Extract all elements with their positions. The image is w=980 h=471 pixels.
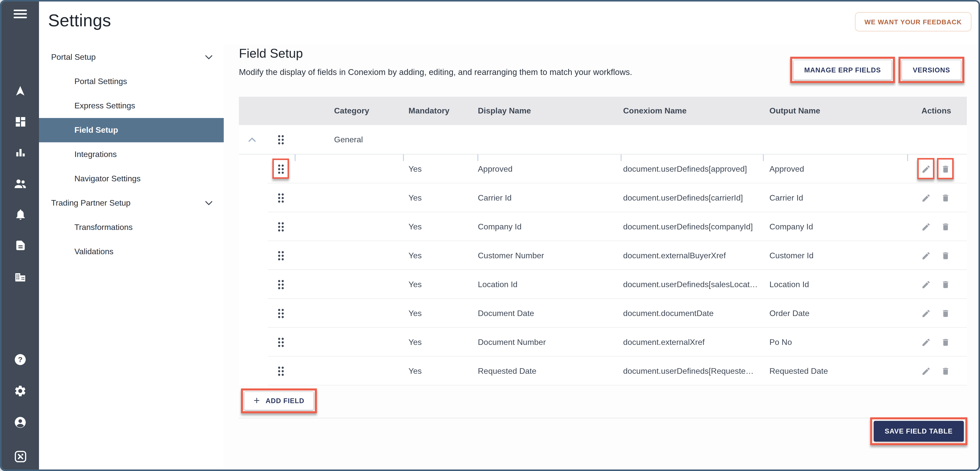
cell-mandatory: Yes: [409, 212, 422, 241]
delete-trash-icon[interactable]: [941, 193, 950, 203]
cell-conexiom-name: document.userDefineds[salesLocat…: [623, 270, 758, 299]
cell-mandatory: Yes: [409, 328, 422, 356]
edit-pencil-icon[interactable]: [921, 337, 931, 347]
dashboard-icon[interactable]: [2, 106, 39, 137]
cell-display-name: Location Id: [478, 270, 518, 299]
section-title: Field Setup: [239, 46, 978, 61]
cell-mandatory: Yes: [409, 241, 422, 270]
save-field-table-button[interactable]: SAVE FIELD TABLE: [873, 421, 964, 442]
plus-icon: +: [254, 394, 260, 406]
delete-trash-icon[interactable]: [941, 308, 950, 318]
edit-pencil-icon[interactable]: [921, 193, 931, 203]
delete-trash-icon[interactable]: [941, 222, 950, 232]
cell-display-name: Carrier Id: [478, 183, 512, 212]
edit-pencil-icon[interactable]: [921, 251, 931, 260]
edit-pencil-icon[interactable]: [921, 164, 931, 174]
sidebar-item-portal-setup[interactable]: Portal Setup: [39, 45, 224, 69]
cell-conexiom-name: document.userDefineds[Requeste…: [623, 356, 754, 385]
add-field-button[interactable]: + ADD FIELD: [244, 391, 314, 410]
rail-icons-bottom: ?: [2, 344, 39, 471]
sidebar-item-field-setup[interactable]: Field Setup: [39, 118, 224, 142]
cell-output-name: Customer Id: [769, 241, 813, 270]
help-icon[interactable]: ?: [2, 344, 39, 375]
table-row: YesDocument Datedocument.documentDateOrd…: [239, 299, 967, 328]
delete-trash-icon[interactable]: [941, 337, 950, 347]
sidebar-item-transformations[interactable]: Transformations: [39, 215, 224, 239]
document-icon[interactable]: [2, 230, 39, 261]
hamburger-menu-icon[interactable]: [14, 10, 27, 20]
drag-handle-icon[interactable]: [277, 221, 285, 232]
column-header-actions: Actions: [921, 97, 951, 125]
cell-conexiom-name: document.documentDate: [623, 299, 714, 328]
table-row: YesDocument Numberdocument.externalXrefP…: [239, 328, 967, 356]
users-icon[interactable]: [2, 168, 39, 199]
cell-output-name: Company Id: [769, 212, 813, 241]
drag-handle-icon[interactable]: [277, 192, 285, 203]
column-resize-tick: [403, 155, 404, 161]
settings-gear-icon[interactable]: [2, 375, 39, 407]
header-actions: MANAGE ERP FIELDS VERSIONS: [793, 60, 961, 80]
sidebar-item-express-settings[interactable]: Express Settings: [39, 94, 224, 118]
drag-handle-icon[interactable]: [277, 366, 285, 377]
sidebar-item-trading-partner-setup[interactable]: Trading Partner Setup: [39, 191, 224, 215]
field-table: CategoryMandatoryDisplay NameConexiom Na…: [239, 97, 967, 442]
table-row: YesApproveddocument.userDefineds[approve…: [239, 155, 967, 183]
delete-trash-icon[interactable]: [941, 366, 950, 376]
edit-pencil-icon[interactable]: [921, 222, 931, 232]
edit-pencil-icon[interactable]: [921, 308, 931, 318]
page-header: Settings WE WANT YOUR FEEDBACK: [39, 2, 978, 45]
notifications-icon[interactable]: [2, 199, 39, 230]
delete-trash-icon[interactable]: [941, 279, 950, 289]
content-region: Settings WE WANT YOUR FEEDBACK Portal Se…: [39, 2, 978, 469]
cell-mandatory: Yes: [409, 155, 422, 183]
feedback-button[interactable]: WE WANT YOUR FEEDBACK: [855, 12, 971, 31]
cell-conexiom-name: document.userDefineds[approved]: [623, 155, 747, 183]
edit-pencil-icon[interactable]: [921, 279, 931, 289]
drag-handle-icon[interactable]: [277, 250, 285, 261]
table-header: CategoryMandatoryDisplay NameConexiom Na…: [239, 97, 967, 125]
table-row: YesCustomer Numberdocument.externalBuyer…: [239, 241, 967, 270]
manage-erp-fields-button[interactable]: MANAGE ERP FIELDS: [793, 60, 892, 80]
sidebar-item-navigator-settings[interactable]: Navigator Settings: [39, 167, 224, 191]
account-icon[interactable]: [2, 407, 39, 438]
edit-pencil-icon[interactable]: [921, 366, 931, 376]
drag-handle-icon[interactable]: [277, 279, 285, 290]
delete-trash-icon[interactable]: [941, 251, 950, 260]
cell-output-name: Location Id: [769, 270, 809, 299]
sidebar-item-label: Validations: [75, 247, 113, 256]
table-row: YesRequested Datedocument.userDefineds[R…: [239, 356, 967, 385]
sidebar-item-label: Field Setup: [75, 126, 118, 135]
app-window: ? Settings WE WANT YOUR FEEDBACK Portal …: [0, 0, 980, 471]
cell-mandatory: Yes: [409, 270, 422, 299]
sidebar-item-integrations[interactable]: Integrations: [39, 142, 224, 167]
cell-conexiom-name: document.externalBuyerXref: [623, 241, 726, 270]
drag-handle-icon[interactable]: [277, 308, 285, 319]
sidebar-item-portal-settings[interactable]: Portal Settings: [39, 69, 224, 94]
table-row: YesCompany Iddocument.userDefineds[compa…: [239, 212, 967, 241]
cell-display-name: Customer Number: [478, 241, 544, 270]
company-icon[interactable]: [2, 261, 39, 292]
divider: [239, 418, 967, 418]
column-resize-tick: [620, 155, 622, 161]
delete-trash-icon[interactable]: [941, 164, 950, 174]
drag-handle-icon[interactable]: [277, 337, 285, 348]
versions-button[interactable]: VERSIONS: [902, 60, 961, 80]
collapse-chevron-icon[interactable]: [248, 137, 256, 142]
sidebar-item-validations[interactable]: Validations: [39, 239, 224, 264]
drag-handle-icon[interactable]: [277, 134, 285, 145]
column-resize-tick: [477, 155, 478, 161]
column-header-output-name: Output Name: [769, 97, 820, 125]
conexiom-logo-icon[interactable]: [2, 441, 39, 471]
icon-rail: ?: [2, 2, 39, 469]
cell-mandatory: Yes: [409, 183, 422, 212]
send-icon[interactable]: [2, 75, 39, 106]
main-content: Field Setup Modify the display of fields…: [224, 45, 978, 469]
column-header-conexiom-name: Conexiom Name: [623, 97, 687, 125]
bar-chart-icon[interactable]: [2, 137, 39, 168]
drag-handle-icon[interactable]: [277, 163, 285, 174]
page-title: Settings: [48, 11, 111, 30]
sidebar-item-label: Integrations: [75, 150, 117, 159]
cell-conexiom-name: document.externalXref: [623, 328, 705, 356]
column-resize-tick: [294, 155, 296, 161]
cell-output-name: Requested Date: [769, 356, 828, 385]
